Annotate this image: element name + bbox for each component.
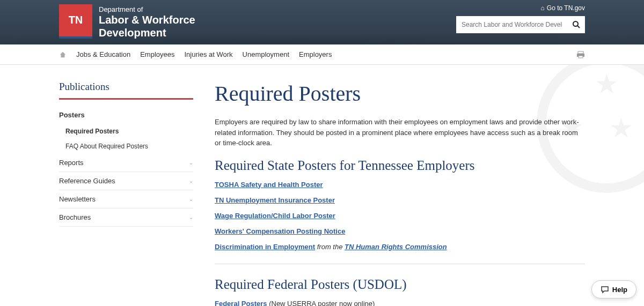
link-wage-regulation[interactable]: Wage Regulation/Child Labor Poster	[215, 212, 335, 220]
chevron-down-icon: ⌄	[189, 196, 193, 202]
department-title: Department of Labor & Workforce Developm…	[99, 5, 195, 40]
svg-rect-4	[579, 56, 583, 58]
nav-injuries[interactable]: Injuries at Work	[185, 50, 233, 58]
search-input[interactable]	[456, 21, 568, 28]
nav-unemployment[interactable]: Unemployment	[243, 50, 289, 58]
nav-employees[interactable]: Employees	[140, 50, 174, 58]
link-discrimination[interactable]: Discrimination in Employment	[215, 243, 315, 251]
link-federal-posters[interactable]: Federal Posters	[215, 300, 267, 307]
sidebar-sub-faq[interactable]: FAQ About Required Posters	[59, 139, 193, 154]
sidebar-item-newsletters[interactable]: Newsletters⌄	[59, 190, 193, 208]
help-button[interactable]: Help	[591, 280, 636, 298]
chat-icon	[601, 285, 609, 294]
page-title: Required Posters	[215, 81, 585, 106]
sidebar-item-reference-guides[interactable]: Reference Guides⌄	[59, 172, 193, 190]
chevron-down-icon: ⌄	[189, 160, 193, 166]
search-icon[interactable]	[568, 20, 585, 29]
print-icon[interactable]	[576, 50, 585, 59]
link-unemployment-insurance[interactable]: TN Unemployment Insurance Poster	[215, 196, 335, 204]
chevron-down-icon: ⌄	[189, 214, 193, 220]
chevron-down-icon: ⌄	[189, 178, 193, 184]
state-posters-heading: Required State Posters for Tennessee Emp…	[215, 158, 585, 173]
link-human-rights-commission[interactable]: TN Human Rights Commission	[345, 243, 447, 251]
sidebar-sub-required-posters[interactable]: Required Posters	[59, 124, 193, 139]
link-tosha[interactable]: TOSHA Safety and Health Poster	[215, 181, 323, 189]
federal-posters-heading: Required Federal Posters (USDOL)	[215, 277, 585, 292]
sidebar-item-posters[interactable]: Posters	[59, 106, 193, 124]
svg-point-0	[573, 21, 578, 26]
intro-paragraph: Employers are required by law to share i…	[215, 117, 585, 148]
nav-home-icon[interactable]	[59, 51, 67, 58]
sidebar-item-reports[interactable]: Reports⌄	[59, 154, 193, 172]
tn-logo-text: TN	[69, 14, 83, 26]
divider	[215, 264, 585, 264]
sidebar-title: Publications	[59, 81, 193, 100]
sidebar-item-brochures[interactable]: Brochures⌄	[59, 208, 193, 227]
federal-note: (New USERRA poster now online)	[267, 300, 375, 307]
watermark-star: ★	[609, 113, 633, 144]
nav-jobs-education[interactable]: Jobs & Education	[76, 50, 130, 58]
search-box[interactable]	[456, 16, 585, 33]
tn-logo-box: TN	[59, 4, 92, 39]
go-to-tngov-link[interactable]: ⌂ Go to TN.gov	[541, 4, 585, 12]
site-logo[interactable]: TN Department of Labor & Workforce Devel…	[59, 5, 195, 40]
sidebar: Publications Posters Required Posters FA…	[59, 81, 193, 306]
svg-rect-2	[578, 51, 583, 54]
link-workers-comp[interactable]: Workers' Compensation Posting Notice	[215, 227, 345, 235]
svg-line-1	[577, 26, 580, 28]
main-content: Required Posters Employers are required …	[215, 81, 585, 306]
home-icon: ⌂	[541, 4, 545, 12]
nav-employers[interactable]: Employers	[299, 50, 332, 58]
